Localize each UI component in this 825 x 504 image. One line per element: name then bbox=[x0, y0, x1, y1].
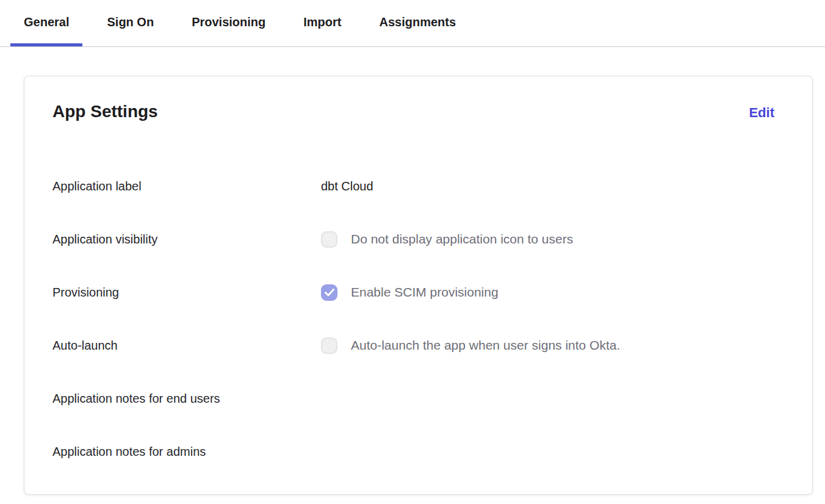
row-application-visibility: Application visibility Do not display ap… bbox=[52, 231, 774, 248]
checkbox-label: Auto-launch the app when user signs into… bbox=[351, 337, 620, 354]
field-label: Application notes for admins bbox=[52, 443, 321, 460]
field-value: Auto-launch the app when user signs into… bbox=[321, 337, 620, 354]
tab-provisioning[interactable]: Provisioning bbox=[178, 1, 279, 46]
row-application-label: Application label dbt Cloud bbox=[52, 178, 774, 195]
row-provisioning: Provisioning Enable SCIM provisioning bbox=[52, 284, 774, 301]
app-settings-card: App Settings Edit Application label dbt … bbox=[24, 76, 813, 495]
scim-provisioning-checkbox[interactable] bbox=[321, 284, 337, 301]
page-title: App Settings bbox=[52, 101, 158, 123]
visibility-checkbox[interactable] bbox=[321, 231, 337, 248]
card-header: App Settings Edit bbox=[52, 101, 774, 123]
checkbox-label: Enable SCIM provisioning bbox=[351, 284, 499, 301]
field-label: Application visibility bbox=[52, 231, 321, 248]
checkbox-label: Do not display application icon to users bbox=[351, 231, 573, 248]
row-auto-launch: Auto-launch Auto-launch the app when use… bbox=[52, 337, 774, 354]
app-settings-page: General Sign On Provisioning Import Assi… bbox=[0, 0, 825, 504]
field-value: Enable SCIM provisioning bbox=[321, 284, 499, 301]
tab-assignments[interactable]: Assignments bbox=[366, 1, 470, 46]
field-label: Application label bbox=[52, 178, 321, 195]
field-label: Application notes for end users bbox=[52, 390, 321, 407]
app-tab-bar: General Sign On Provisioning Import Assi… bbox=[0, 0, 825, 47]
check-icon bbox=[325, 289, 334, 297]
field-value: Do not display application icon to users bbox=[321, 231, 573, 248]
auto-launch-checkbox[interactable] bbox=[321, 337, 337, 354]
field-value: dbt Cloud bbox=[321, 178, 373, 195]
field-label: Auto-launch bbox=[52, 337, 321, 354]
tab-general[interactable]: General bbox=[10, 1, 82, 46]
settings-rows: Application label dbt Cloud Application … bbox=[52, 178, 774, 460]
field-label: Provisioning bbox=[52, 284, 321, 301]
row-notes-admins: Application notes for admins bbox=[52, 443, 774, 460]
row-notes-end-users: Application notes for end users bbox=[52, 390, 774, 407]
tab-sign-on[interactable]: Sign On bbox=[93, 1, 167, 46]
tab-import[interactable]: Import bbox=[290, 1, 355, 46]
edit-button[interactable]: Edit bbox=[749, 105, 774, 121]
